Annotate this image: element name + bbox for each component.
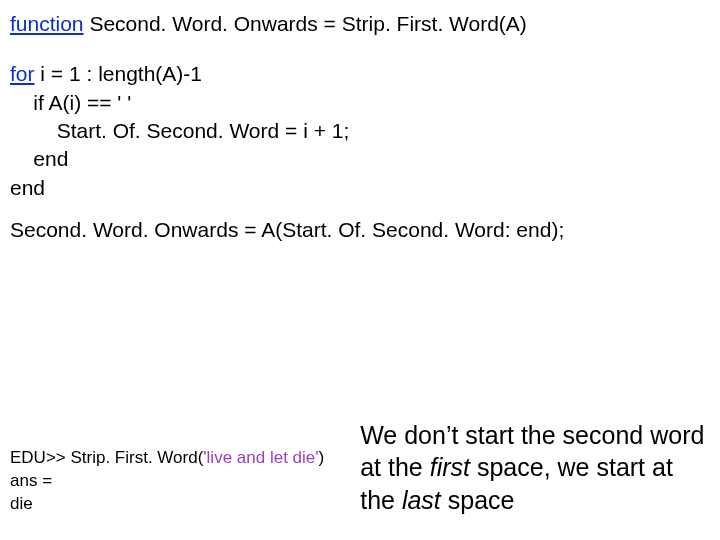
- bottom-row: EDU>> Strip. First. Word('live and let d…: [10, 419, 706, 517]
- explanation-text: We don’t start the second word at the fi…: [360, 419, 706, 517]
- comment-em-last: last: [402, 486, 441, 514]
- repl-ans-label: ans =: [10, 470, 324, 493]
- repl-ans-value: die: [10, 493, 324, 516]
- slide: function Second. Word. Onwards = Strip. …: [0, 0, 720, 540]
- assign-line: Start. Of. Second. Word = i + 1;: [10, 117, 706, 145]
- repl-arg: 'live and let die': [203, 448, 318, 467]
- function-signature: function Second. Word. Onwards = Strip. …: [10, 10, 706, 38]
- end-outer: end: [10, 174, 706, 202]
- if-line: if A(i) == ' ': [10, 89, 706, 117]
- keyword-for: for: [10, 62, 35, 85]
- end-inner: end: [10, 145, 706, 173]
- for-line: for i = 1 : length(A)-1: [10, 60, 706, 88]
- repl-block: EDU>> Strip. First. Word('live and let d…: [10, 447, 324, 516]
- function-sig-text: Second. Word. Onwards = Strip. First. Wo…: [84, 12, 527, 35]
- repl-prefix: EDU>> Strip. First. Word(: [10, 448, 203, 467]
- repl-suffix: ): [319, 448, 325, 467]
- for-rest: i = 1 : length(A)-1: [35, 62, 203, 85]
- comment-part-3: space: [441, 486, 515, 514]
- keyword-function: function: [10, 12, 84, 35]
- result-line: Second. Word. Onwards = A(Start. Of. Sec…: [10, 216, 706, 244]
- blank-line: [10, 202, 706, 216]
- repl-command: EDU>> Strip. First. Word('live and let d…: [10, 447, 324, 470]
- code-block: function Second. Word. Onwards = Strip. …: [10, 10, 706, 244]
- comment-em-first: first: [430, 453, 470, 481]
- blank-line: [10, 38, 706, 60]
